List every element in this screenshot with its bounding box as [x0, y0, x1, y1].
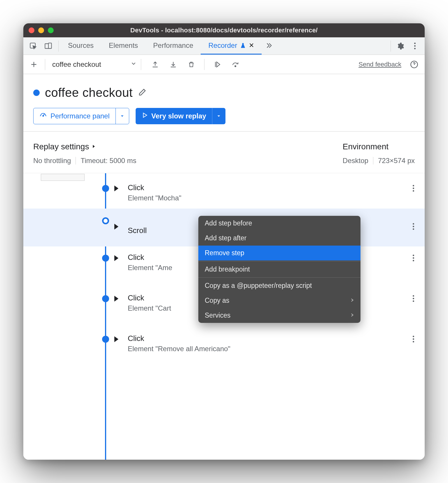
heading-label: Replay settings — [33, 142, 89, 151]
ctx-label: Add step after — [205, 234, 246, 242]
ctx-label: Add step before — [205, 219, 252, 227]
edit-title-icon[interactable] — [138, 88, 147, 98]
timeout-value: Timeout: 5000 ms — [80, 157, 136, 165]
expand-icon[interactable] — [114, 224, 118, 230]
device-value: Desktop — [343, 157, 368, 165]
recorder-toolbar: coffee checkout Send feedb — [23, 55, 425, 74]
send-feedback-link[interactable]: Send feedback — [358, 61, 401, 68]
step-over-icon[interactable] — [228, 56, 242, 73]
ctx-divider — [198, 277, 360, 278]
help-icon[interactable] — [407, 56, 421, 73]
ctx-services[interactable]: Services — [198, 308, 360, 323]
step-row[interactable]: Click Element "Mocha" — [23, 177, 425, 209]
maximize-window-button[interactable] — [48, 27, 54, 33]
step-subtitle: Element "Remove all Americano" — [122, 345, 414, 353]
svg-point-5 — [43, 116, 43, 116]
delete-icon[interactable] — [184, 56, 198, 73]
svg-point-3 — [235, 66, 236, 67]
button-label: Very slow replay — [151, 112, 206, 120]
step-title: Click — [122, 334, 414, 343]
timeline-dot — [102, 336, 109, 343]
expand-icon[interactable] — [114, 255, 118, 261]
ctx-add-step-before[interactable]: Add step before — [198, 216, 360, 231]
expand-icon[interactable] — [114, 186, 118, 191]
flask-icon — [240, 43, 246, 48]
settings-icon[interactable] — [393, 38, 407, 54]
step-subtitle: Element "Mocha" — [122, 194, 414, 202]
replay-button[interactable]: Very slow replay — [136, 108, 225, 124]
gauge-icon — [39, 111, 47, 121]
tab-label: Elements — [109, 41, 138, 50]
panel-tabs-bar: Sources Elements Performance Recorder ✕ — [23, 37, 425, 55]
button-label: Performance panel — [50, 112, 110, 120]
ctx-add-breakpoint[interactable]: Add breakpoint — [198, 262, 360, 277]
export-icon[interactable] — [148, 56, 162, 73]
svg-rect-2 — [48, 43, 52, 48]
close-window-button[interactable] — [29, 27, 34, 33]
replay-settings-row: Replay settings No throttling Timeout: 5… — [23, 132, 425, 173]
context-menu: Add step before Add step after Remove st… — [198, 216, 360, 323]
environment-heading: Environment — [343, 142, 388, 151]
chevron-down-icon — [130, 60, 137, 69]
ctx-label: Copy as a @puppeteer/replay script — [205, 282, 312, 290]
devtools-window: DevTools - localhost:8080/docs/devtools/… — [23, 23, 425, 460]
step-title: Click — [122, 183, 414, 192]
more-options-icon[interactable] — [408, 38, 422, 54]
step-row[interactable]: Click Element "Remove all Americano" — [23, 328, 425, 359]
ctx-label: Remove step — [205, 249, 244, 257]
tab-performance[interactable]: Performance — [146, 37, 201, 55]
ctx-label: Add breakpoint — [205, 265, 250, 273]
steps-timeline: Click Element "Mocha" Scroll Click Eleme… — [23, 173, 425, 460]
inspect-element-icon[interactable] — [26, 38, 40, 54]
window-titlebar: DevTools - localhost:8080/docs/devtools/… — [23, 23, 425, 37]
import-icon[interactable] — [166, 56, 180, 73]
ctx-copy-puppeteer[interactable]: Copy as a @puppeteer/replay script — [198, 278, 360, 293]
step-more-icon[interactable] — [413, 295, 414, 302]
viewport-value: 723×574 px — [378, 157, 415, 165]
timeline-dot — [102, 217, 109, 224]
step-more-icon[interactable] — [413, 185, 414, 192]
recording-indicator-dot — [33, 90, 40, 96]
traffic-lights — [29, 27, 54, 33]
tab-label: Performance — [153, 41, 193, 50]
performance-panel-dropdown[interactable] — [116, 108, 129, 124]
ctx-add-step-after[interactable]: Add step after — [198, 231, 360, 246]
timeline-dot — [102, 185, 109, 192]
recording-name: coffee checkout — [52, 60, 101, 69]
ctx-label: Services — [205, 312, 230, 319]
tab-label: Recorder — [208, 41, 237, 50]
tab-recorder[interactable]: Recorder ✕ — [201, 37, 262, 55]
ctx-label: Copy as — [205, 297, 229, 304]
recording-dropdown[interactable]: coffee checkout — [52, 60, 137, 69]
minimize-window-button[interactable] — [38, 27, 44, 33]
ctx-remove-step[interactable]: Remove step — [198, 246, 360, 260]
step-more-icon[interactable] — [413, 255, 414, 261]
step-more-icon[interactable] — [413, 223, 414, 230]
step-more-icon[interactable] — [413, 336, 414, 342]
step-next-icon[interactable] — [210, 56, 224, 73]
replay-settings-heading[interactable]: Replay settings — [33, 142, 136, 151]
throttling-value: No throttling — [33, 157, 71, 165]
tab-label: Sources — [68, 41, 94, 50]
ctx-copy-as[interactable]: Copy as — [198, 293, 360, 308]
device-toolbar-icon[interactable] — [41, 38, 55, 54]
play-icon — [141, 112, 148, 120]
recording-header: coffee checkout Performance panel — [23, 74, 425, 132]
timeline-dot — [102, 295, 109, 302]
chevron-right-icon — [350, 297, 354, 304]
page-title: coffee checkout — [45, 86, 133, 100]
ctx-divider — [198, 261, 360, 261]
window-title: DevTools - localhost:8080/docs/devtools/… — [130, 27, 318, 34]
tab-sources[interactable]: Sources — [60, 37, 101, 55]
close-tab-icon[interactable]: ✕ — [249, 42, 254, 49]
tab-elements[interactable]: Elements — [101, 37, 146, 55]
expand-icon[interactable] — [114, 296, 118, 302]
expand-icon[interactable] — [114, 336, 118, 342]
performance-panel-button[interactable]: Performance panel — [33, 108, 129, 124]
timeline-dot — [102, 255, 109, 262]
chevron-right-icon — [350, 312, 354, 319]
chevron-right-icon — [91, 142, 96, 151]
more-tabs-icon[interactable] — [262, 37, 276, 54]
new-recording-icon[interactable] — [27, 56, 41, 73]
replay-speed-dropdown[interactable] — [212, 108, 225, 124]
